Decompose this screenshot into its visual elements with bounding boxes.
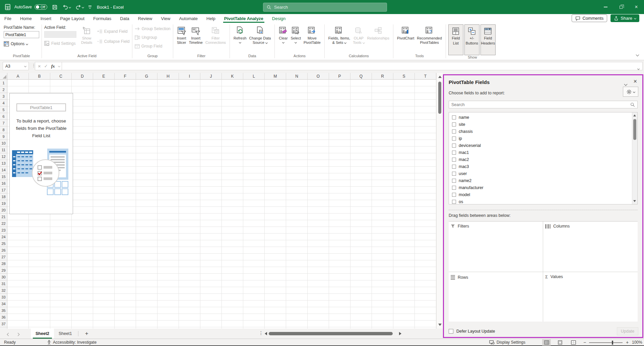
field-checkbox-name2[interactable] xyxy=(452,179,456,183)
insert-slicer-button[interactable]: Insert Slicer xyxy=(176,25,188,45)
column-header-P[interactable]: P xyxy=(329,73,350,80)
field-checkbox-chassis[interactable] xyxy=(452,129,456,134)
menu-tab-view[interactable]: View xyxy=(156,14,175,23)
add-sheet-button[interactable]: + xyxy=(85,329,88,339)
row-header-30[interactable]: 30 xyxy=(0,274,7,280)
zoom-in-button[interactable]: + xyxy=(626,340,629,345)
redo-button[interactable] xyxy=(75,4,84,10)
row-header-37[interactable]: 37 xyxy=(0,321,7,327)
close-button[interactable]: × xyxy=(629,0,644,14)
field-checkbox-deviceserial[interactable] xyxy=(452,144,456,148)
row-header-12[interactable]: 12 xyxy=(0,153,7,160)
cancel-formula-button[interactable]: × xyxy=(38,63,41,69)
field-list-toggle-button[interactable]: Field List xyxy=(448,24,463,55)
filters-area[interactable]: Filters xyxy=(449,222,543,272)
row-header-9[interactable]: 9 xyxy=(0,133,7,140)
field-list-scrollbar[interactable] xyxy=(632,112,637,204)
field-headers-toggle-button[interactable]: Field Headers xyxy=(480,24,496,55)
row-header-14[interactable]: 14 xyxy=(0,167,7,173)
normal-view-button[interactable] xyxy=(542,339,551,346)
group-field-button[interactable]: 7 Group Field xyxy=(135,42,163,50)
column-header-B[interactable]: B xyxy=(29,73,50,80)
row-header-22[interactable]: 22 xyxy=(0,220,7,227)
field-checkbox-manufacturer[interactable] xyxy=(452,186,456,190)
row-header-17[interactable]: 17 xyxy=(0,187,7,193)
column-header-A[interactable]: A xyxy=(7,73,29,80)
defer-layout-checkbox[interactable] xyxy=(449,329,453,334)
field-item-mac2[interactable]: mac2 xyxy=(449,156,637,163)
column-header-T[interactable]: T xyxy=(415,73,436,80)
row-header-18[interactable]: 18 xyxy=(0,193,7,200)
clear-button[interactable]: Clear xyxy=(277,25,289,43)
insert-timeline-button[interactable]: Insert Timeline xyxy=(188,25,204,45)
row-header-29[interactable]: 29 xyxy=(0,267,7,274)
tools-gear-button[interactable] xyxy=(623,87,638,97)
plus-minus-buttons-toggle-button[interactable]: +/- Buttons xyxy=(464,24,479,55)
menu-tab-help[interactable]: Help xyxy=(202,14,220,23)
horizontal-scroll-thumb[interactable] xyxy=(269,332,393,335)
collapse-field-button[interactable]: − Collapse Field xyxy=(97,38,130,45)
zoom-out-button[interactable]: − xyxy=(583,340,586,345)
vertical-scroll-thumb[interactable] xyxy=(438,82,441,114)
page-break-preview-button[interactable] xyxy=(569,339,578,346)
options-button[interactable]: Options xyxy=(4,40,28,48)
scroll-down-icon[interactable] xyxy=(438,324,442,326)
menu-tab-data[interactable]: Data xyxy=(116,14,133,23)
field-item-ip[interactable]: ip xyxy=(449,135,637,142)
fields-items-sets-button[interactable]: fx Fields, Items, & Sets xyxy=(327,25,351,45)
name-box[interactable]: A3 xyxy=(3,62,29,70)
menu-tab-page-layout[interactable]: Page Layout xyxy=(56,14,89,23)
row-header-4[interactable]: 4 xyxy=(0,100,7,106)
row-header-7[interactable]: 7 xyxy=(0,120,7,126)
zoom-level[interactable]: 100% xyxy=(632,340,642,345)
row-header-32[interactable]: 32 xyxy=(0,287,7,294)
collapse-ribbon-button[interactable] xyxy=(636,51,639,57)
page-layout-view-button[interactable] xyxy=(556,339,564,346)
field-item-mac3[interactable]: mac3 xyxy=(449,163,637,170)
field-item-chassis[interactable]: chassis xyxy=(449,128,637,135)
values-area[interactable]: Σ Values xyxy=(543,272,638,322)
row-header-31[interactable]: 31 xyxy=(0,280,7,287)
field-item-os[interactable]: os xyxy=(449,198,637,204)
column-header-G[interactable]: G xyxy=(136,73,157,80)
row-header-10[interactable]: 10 xyxy=(0,140,7,147)
pivottable-placeholder[interactable]: PivotTable1 To build a report, choose fi… xyxy=(9,93,73,214)
quick-access-toolbar-button[interactable] xyxy=(88,6,91,8)
insert-function-button[interactable]: fx xyxy=(51,64,55,69)
row-header-23[interactable]: 23 xyxy=(0,227,7,234)
scroll-right-icon[interactable] xyxy=(399,332,401,335)
row-header-2[interactable]: 2 xyxy=(0,86,7,93)
sheet-nav-right-button[interactable] xyxy=(17,331,19,337)
select-button[interactable]: Select xyxy=(289,25,302,43)
fields-search-input[interactable] xyxy=(449,102,630,107)
row-header-5[interactable]: 5 xyxy=(0,106,7,113)
field-item-site[interactable]: site xyxy=(449,121,637,128)
ungroup-button[interactable]: Ungroup xyxy=(135,34,157,41)
menu-tab-formulas[interactable]: Formulas xyxy=(89,14,116,23)
menu-tab-design[interactable]: Design xyxy=(268,14,290,23)
field-item-mac1[interactable]: mac1 xyxy=(449,149,637,156)
row-header-1[interactable]: 1 xyxy=(0,80,7,86)
field-item-name2[interactable]: name2 xyxy=(449,177,637,184)
row-header-25[interactable]: 25 xyxy=(0,240,7,247)
restore-button[interactable] xyxy=(613,0,629,14)
group-selection-button[interactable]: Group Selection xyxy=(135,25,171,32)
row-header-15[interactable]: 15 xyxy=(0,173,7,180)
column-header-O[interactable]: O xyxy=(308,73,329,80)
field-checkbox-mac3[interactable] xyxy=(452,165,456,169)
column-header-Q[interactable]: Q xyxy=(350,73,372,80)
column-header-R[interactable]: R xyxy=(372,73,393,80)
share-button[interactable]: Share xyxy=(610,14,639,22)
formula-input[interactable] xyxy=(62,62,643,70)
field-item-name[interactable]: name xyxy=(449,114,637,121)
field-item-deviceserial[interactable]: deviceserial xyxy=(449,142,637,149)
row-header-28[interactable]: 28 xyxy=(0,260,7,267)
save-button[interactable] xyxy=(52,4,58,10)
row-header-6[interactable]: 6 xyxy=(0,113,7,120)
field-item-user[interactable]: user xyxy=(449,170,637,177)
column-header-N[interactable]: N xyxy=(286,73,308,80)
row-header-33[interactable]: 33 xyxy=(0,294,7,300)
column-header-H[interactable]: H xyxy=(157,73,179,80)
row-header-11[interactable]: 11 xyxy=(0,147,7,153)
row-header-21[interactable]: 21 xyxy=(0,213,7,220)
